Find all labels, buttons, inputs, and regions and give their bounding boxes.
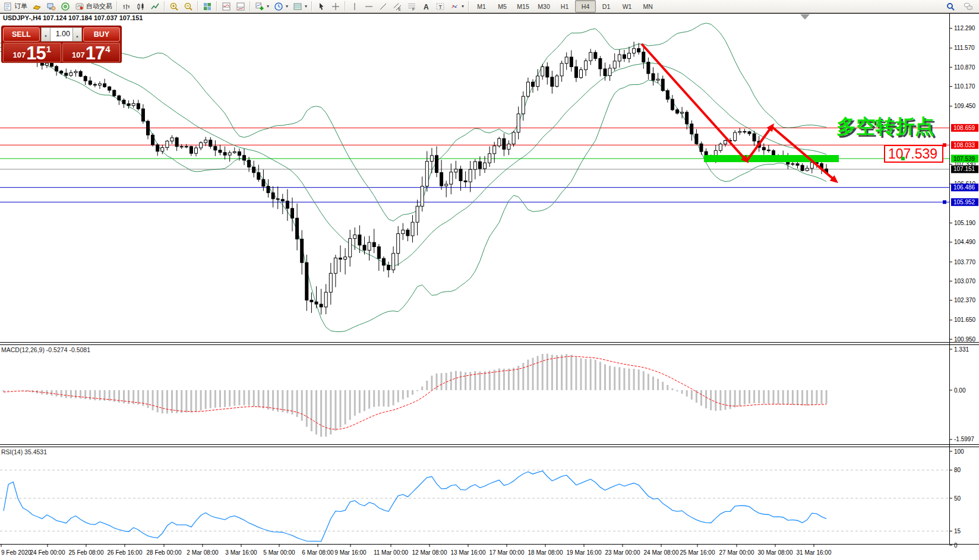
timeframe-mn[interactable]: MN: [637, 0, 658, 12]
chart-background: [0, 13, 979, 544]
time-tick-label: 9 Mar 16:00: [334, 549, 367, 556]
timeframe-w1[interactable]: W1: [617, 0, 637, 12]
buy-button[interactable]: BUY: [83, 27, 120, 42]
fibonacci-button[interactable]: F: [405, 0, 419, 12]
candlestick-icon: [136, 2, 146, 11]
gold-icon: [32, 2, 42, 11]
svg-text:T: T: [439, 4, 443, 10]
toolbar: 订单自动交易▾▾▾EFAT▾M1M5M15M30H1H4D1W1MN: [0, 0, 979, 13]
volume-input[interactable]: 1.00: [50, 27, 72, 42]
price-tick-label: 102.370: [954, 297, 976, 303]
price-tick-label: 112.290: [954, 25, 975, 31]
zoom-in-icon: [169, 2, 179, 11]
svg-text:A: A: [424, 2, 429, 11]
bid-price[interactable]: 107151: [3, 43, 61, 62]
periods-icon: [274, 2, 283, 11]
crosshair-icon: [331, 2, 340, 11]
timeframe-m30[interactable]: M30: [533, 0, 554, 12]
gold-button[interactable]: [30, 0, 44, 12]
periods-button[interactable]: ▾: [271, 0, 290, 12]
volume-decrease-button[interactable]: ▼: [41, 27, 50, 42]
price-tick-label: 109.450: [954, 103, 976, 109]
time-axis[interactable]: 9 Feb 202024 Feb 00:0025 Feb 08:0026 Feb…: [1, 544, 832, 556]
tile-windows-button[interactable]: [200, 0, 214, 12]
crosshair-button[interactable]: [329, 0, 343, 12]
indicator-window-button[interactable]: [219, 0, 233, 12]
turning-point-text: 多空转折点: [836, 115, 934, 137]
price-tick-label: 104.490: [954, 239, 976, 245]
time-tick-label: 31 Mar 16:00: [797, 549, 832, 556]
price-tick-label: 110.870: [954, 64, 975, 71]
trendline-icon: [378, 2, 388, 11]
zoom-out-button[interactable]: [181, 0, 195, 12]
chevron-down-icon: ▾: [305, 4, 307, 9]
svg-text:F: F: [412, 7, 415, 11]
timeframe-m15[interactable]: M15: [513, 0, 533, 12]
label-button[interactable]: T: [433, 0, 447, 12]
toolbar-separator: [216, 1, 217, 11]
bar-chart-button[interactable]: [119, 0, 134, 12]
search-button[interactable]: [943, 0, 958, 12]
time-tick-label: 5 Mar 00:00: [263, 549, 295, 556]
volume-increase-button[interactable]: ▲: [72, 27, 82, 42]
rsi-tick-label: 15: [954, 528, 961, 534]
autotrading-icon: [75, 2, 84, 11]
arrows-button[interactable]: ▾: [447, 0, 466, 12]
zoom-out-icon: [184, 2, 193, 11]
timeframe-d1[interactable]: D1: [596, 0, 617, 12]
time-tick-label: 30 Mar 08:00: [758, 549, 793, 556]
one-click-trading-panel: SELL ▼ 1.00 ▲ BUY 107151 107174: [1, 26, 122, 63]
timeframe-m1[interactable]: M1: [471, 0, 492, 12]
macd-label: MACD(12,26,9) -0.5274 -0.5081: [1, 346, 90, 353]
vertical-line-button[interactable]: [348, 0, 362, 12]
chart-title: USDJPY-,H4 107.124 107.184 107.037 107.1…: [3, 14, 143, 21]
chat-button[interactable]: [961, 0, 975, 12]
indicator-window2-button[interactable]: [233, 0, 248, 12]
new-chart-button[interactable]: ▾: [252, 0, 271, 12]
time-tick-label: 25 Mar 16:00: [680, 549, 715, 556]
ask-price[interactable]: 107174: [62, 43, 121, 62]
mt4-window: { "toolbar": { "left_buttons": [ {"icon"…: [0, 0, 979, 560]
cursor-button[interactable]: [314, 0, 329, 12]
text-button[interactable]: A: [419, 0, 433, 12]
templates-icon: [293, 2, 302, 11]
new-order-icon: [3, 2, 12, 11]
templates-button[interactable]: ▾: [290, 0, 310, 12]
support-zone-bar[interactable]: [704, 155, 839, 162]
trendline-button[interactable]: [376, 0, 390, 12]
rsi-tick-label: 80: [954, 467, 961, 473]
zoom-in-button[interactable]: [167, 0, 181, 12]
search-icon: [946, 2, 955, 11]
timeframe-m5[interactable]: M5: [492, 0, 513, 12]
timeframe-h4[interactable]: H4: [575, 0, 596, 12]
candlestick-button[interactable]: [134, 0, 148, 12]
indicator-window2-icon: [236, 2, 245, 11]
time-tick-label: 11 Mar 00:00: [374, 549, 409, 556]
vertical-line-icon: [350, 2, 359, 11]
horizontal-line-icon: [364, 2, 374, 11]
autotrading-button[interactable]: 自动交易: [72, 0, 115, 12]
line-handle[interactable]: [901, 157, 905, 160]
experts-button[interactable]: [44, 0, 58, 12]
line-chart-icon: [150, 2, 160, 11]
sell-button[interactable]: SELL: [3, 27, 40, 42]
line-chart-button[interactable]: [148, 0, 162, 12]
svg-text:E: E: [399, 7, 402, 11]
new-order-button[interactable]: 订单: [1, 0, 30, 12]
arrows-icon: [450, 2, 459, 11]
line-handle[interactable]: [943, 143, 946, 147]
time-tick-label: 23 Mar 00:00: [605, 549, 640, 556]
chart-canvas: 多空转折点多空转折点107.539112.290111.570110.87011…: [0, 0, 979, 560]
line-handle[interactable]: [943, 200, 946, 204]
timeframe-h1[interactable]: H1: [554, 0, 575, 12]
channel-button[interactable]: E: [390, 0, 405, 12]
toolbar-separator: [250, 1, 251, 11]
triangle-down-icon: ▼: [44, 34, 48, 38]
signals-button[interactable]: [58, 0, 72, 12]
price-tick-label: 103.770: [954, 259, 976, 265]
bar-chart-icon: [122, 2, 131, 11]
time-tick-label: 9 Feb 2020: [1, 549, 31, 556]
horizontal-line-button[interactable]: [362, 0, 376, 12]
price-tick-label: 105.190: [954, 220, 976, 226]
rsi-tick-label: 100: [954, 448, 964, 455]
